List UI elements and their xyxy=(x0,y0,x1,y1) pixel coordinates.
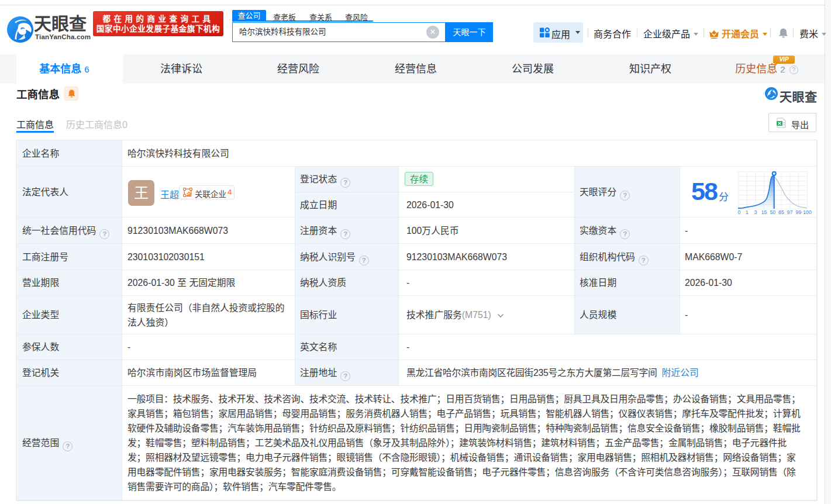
svg-text:85: 85 xyxy=(778,209,784,215)
svg-text:99: 99 xyxy=(796,209,802,215)
svg-text:3: 3 xyxy=(754,209,757,215)
svg-text:0: 0 xyxy=(738,209,741,215)
svg-text:企: 企 xyxy=(186,191,192,197)
svg-text:15: 15 xyxy=(761,209,767,215)
svg-text:97: 97 xyxy=(787,209,793,215)
svg-text:50: 50 xyxy=(770,209,775,215)
svg-text:1: 1 xyxy=(746,209,749,215)
svg-text:100: 100 xyxy=(803,209,812,215)
